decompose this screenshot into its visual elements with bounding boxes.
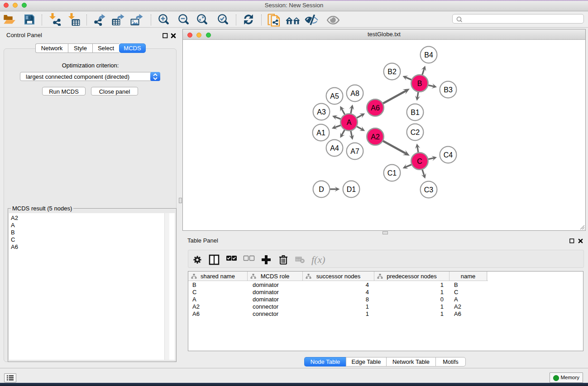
svg-text:C2: C2 — [411, 129, 420, 136]
svg-text:D: D — [319, 186, 324, 193]
svg-text:C3: C3 — [424, 186, 434, 194]
svg-text:A: A — [347, 119, 352, 126]
svg-text:A2: A2 — [371, 133, 380, 141]
svg-text:B2: B2 — [387, 68, 397, 76]
svg-text:A8: A8 — [350, 90, 359, 97]
svg-text:A3: A3 — [317, 108, 326, 116]
svg-text:B1: B1 — [411, 109, 420, 116]
svg-text:B3: B3 — [444, 86, 453, 94]
svg-text:A7: A7 — [350, 148, 359, 155]
svg-text:A6: A6 — [371, 104, 380, 112]
svg-text:C: C — [417, 157, 422, 165]
svg-text:C1: C1 — [387, 169, 397, 177]
svg-text:B4: B4 — [424, 51, 433, 59]
svg-text:A4: A4 — [330, 144, 339, 152]
svg-text:A1: A1 — [316, 129, 325, 137]
svg-text:B: B — [417, 80, 422, 87]
svg-text:C4: C4 — [444, 151, 453, 159]
svg-text:A5: A5 — [330, 92, 339, 100]
svg-text:D1: D1 — [347, 186, 356, 193]
